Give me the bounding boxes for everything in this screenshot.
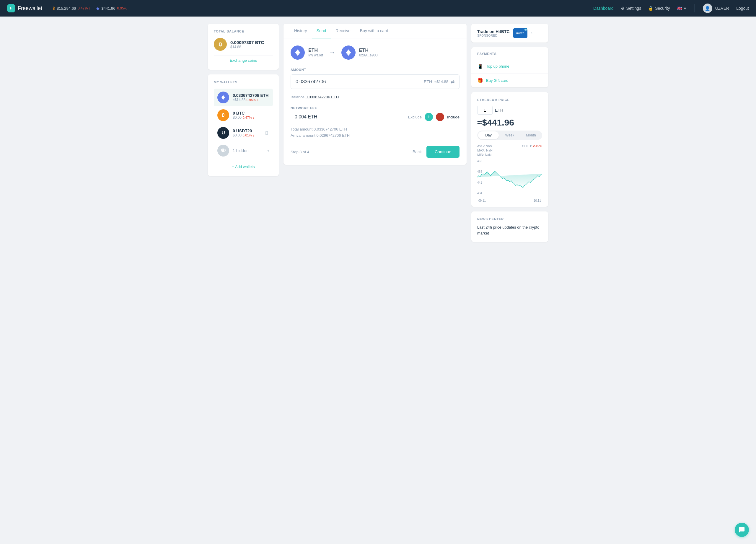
step-row: Step 3 of 4 Back Continue [291,146,460,158]
eth-price-input-row: ETH [477,106,542,115]
fee-toggle-add-button[interactable]: + [425,113,433,121]
chart-x-label-2: 10.11 [534,199,541,202]
logo: F Freewallet [7,4,42,12]
back-button[interactable]: Back [413,149,422,154]
to-coin-name: ETH [359,48,378,53]
time-tab-week[interactable]: Week [499,131,520,139]
left-panel: TOTAL BALANCE ₿ 0.00097307 BTC $14.88 Ex… [208,24,279,242]
phone-icon: 📱 [477,63,483,69]
tab-buy-card[interactable]: Buy with a card [355,24,393,38]
network-fee-section: NETWORK FEE − 0.004 ETH Exclude + − Incl… [291,106,460,121]
chevron-down-icon: ▾ [684,6,686,11]
time-tab-month[interactable]: Month [521,131,541,139]
trade-card-content: Trade on HitBTC SPONSORED [477,29,510,37]
balance-text: Balance [291,95,304,99]
time-tab-day[interactable]: Day [478,131,499,139]
main-layout: TOTAL BALANCE ₿ 0.00097307 BTC $14.88 Ex… [201,17,555,249]
main-tabs: History Send Receive Buy with a card [283,24,467,38]
btc-coin-icon: ₿ [217,109,229,121]
amount-label: AMOUNT [291,68,460,71]
expand-hidden-icon[interactable]: ▾ [267,148,269,153]
continue-button[interactable]: Continue [426,146,460,158]
hidden-wallet-label: 1 hidden [233,148,249,153]
swap-icon[interactable]: ⇄ [451,79,454,84]
payments-title: PAYMENTS [471,47,548,59]
eth-qty-input[interactable] [477,106,493,115]
send-content: ETH My wallet → ETH 0x09...e900 [283,38,467,165]
step-text: Step 3 of 4 [291,150,309,154]
payment-gift-card[interactable]: 🎁 Buy Gift card [471,73,548,87]
total-balance-title: TOTAL BALANCE [214,30,273,33]
btc-icon: ₿ [53,6,55,11]
add-wallets-link[interactable]: + Add wallets [214,161,273,170]
my-wallets-title: MY WALLETS [214,80,273,84]
nav-settings[interactable]: ⚙ Settings [621,6,641,11]
flag-icon: 🇬🇧 [677,6,682,11]
main-card: History Send Receive Buy with a card ETH… [283,24,467,165]
eth-price-card: ETHEREUM PRICE ETH ≈$441.96 Day Week Mon… [471,92,548,207]
user-section[interactable]: 👤 UZVER [703,4,729,13]
wallet-item-btc[interactable]: ₿ 0 BTC $0.00 0.47% ↓ [214,106,273,124]
chart-y-label-4: 434 [477,192,482,195]
amount-value: 0.0336742706 [296,79,421,84]
wallet-item-usdt[interactable]: U 0 USDT20 $0.00 0.01% ↓ 🗑 [214,124,273,142]
trade-hitbtc-card[interactable]: Trade on HitBTC SPONSORED HitBTC 🐟 › [471,24,548,43]
wallet-item-eth[interactable]: 0.0336742706 ETH ≈$14.88 0.95% ↓ [214,89,273,106]
gift-icon: 🎁 [477,78,483,83]
logout-button[interactable]: Logout [736,6,749,11]
nav-language[interactable]: 🇬🇧 ▾ [677,6,686,11]
amount-input-row: 0.0336742706 ETH ≈$14.88 ⇄ [291,74,460,89]
usdt-wallet-details: 0 USDT20 $0.00 0.01% ↓ [233,128,254,137]
payment-phone-label: Top up phone [486,64,509,69]
price-stats: AVG: NaN SHIFT: 2.19% MAX: NaN MIN: NaN [477,144,542,157]
amount-usd: ≈$14.88 [434,79,448,84]
delete-wallet-icon[interactable]: 🗑 [265,130,269,136]
eth-header-icon: ◆ [96,6,100,11]
usdt-wallet-usd: $0.00 0.01% ↓ [233,133,254,137]
news-title: NEWS CENTER [477,217,542,221]
tab-send[interactable]: Send [312,24,331,38]
nav-security[interactable]: 🔒 Security [648,6,670,11]
max-stat: MAX: NaN [477,149,493,152]
eth-symbol: ETH [495,108,503,113]
exchange-coins-link[interactable]: Exchange coins [214,57,273,64]
payment-topup-phone[interactable]: 📱 Top up phone [471,59,548,73]
nav-divider [694,4,695,12]
arrival-amount-label: Arrival amount [291,133,315,138]
balance-link[interactable]: 0.0336742706 ETH [306,95,339,99]
payment-gift-label: Buy Gift card [486,78,508,83]
min-stat: MIN: NaN [477,153,491,157]
chart-y-label-3: 441 [477,181,482,184]
eth-change: 0.95% ↓ [117,6,130,10]
eth-price-group: ◆ $441.96 0.95% ↓ [96,6,130,11]
from-coin-label: My wallet [308,53,323,57]
eth-price: $441.96 [101,6,115,11]
center-panel: History Send Receive Buy with a card ETH… [283,24,467,242]
eth-wallet-details: 0.0336742706 ETH ≈$14.88 0.95% ↓ [233,93,268,102]
nav-dashboard[interactable]: Dashboard [593,6,614,11]
to-coin-details: ETH 0x09...e900 [359,48,378,57]
btc-price: $15,294.66 [57,6,76,11]
stats-row-avg-shift: AVG: NaN SHIFT: 2.19% [477,144,542,148]
btc-wallet-usd: $0.00 0.47% ↓ [233,115,254,120]
tab-history[interactable]: History [289,24,312,38]
logo-text: Freewallet [18,5,42,12]
btc-change: 0.47% ↓ [78,6,90,10]
usdt-wallet-amount: 0 USDT20 [233,128,254,133]
chat-icon [739,527,745,533]
balance-row: Balance 0.0336742706 ETH [291,95,460,99]
btc-wallet-details: 0 BTC $0.00 0.47% ↓ [233,111,254,120]
news-card: NEWS CENTER Last 24h price updates on th… [471,211,548,242]
logo-icon: F [7,4,15,12]
wallet-item-hidden[interactable]: 👁 1 hidden ▾ [214,142,273,159]
total-amount-value: 0.0336742706 ETH [314,127,347,131]
stats-row-max: MAX: NaN [477,149,542,152]
chat-button[interactable] [735,523,749,537]
to-coin-address: 0x09...e900 [359,53,378,57]
arrival-amount-value: 0.0296742706 ETH [316,133,350,138]
hidden-coin-icon: 👁 [217,145,229,157]
transfer-from: ETH My wallet [291,45,323,60]
fee-toggle-minus-button[interactable]: − [436,113,444,121]
my-wallets-card: MY WALLETS 0.0336742706 ETH ≈$14.88 0.95… [208,74,279,176]
tab-receive[interactable]: Receive [331,24,355,38]
